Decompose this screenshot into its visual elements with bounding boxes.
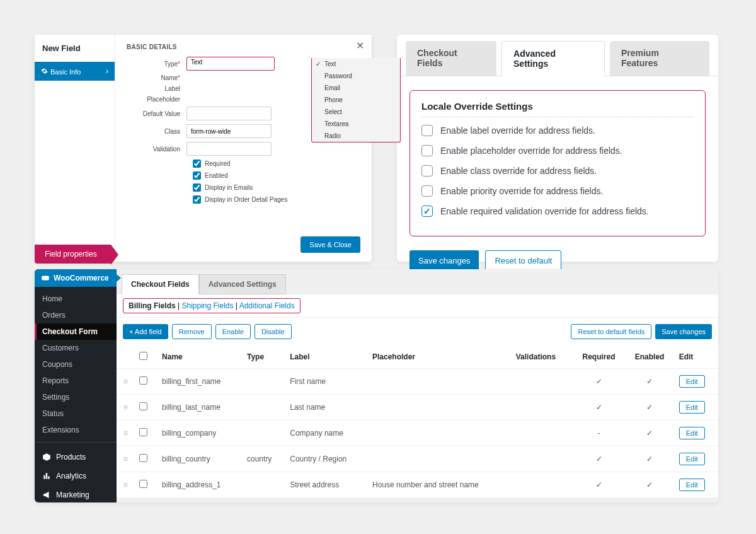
drag-handle-icon[interactable]: ≡: [117, 421, 134, 446]
dialog-body: ✕ BASIC DETAILS Type*Text Name* Label Pl…: [115, 35, 372, 262]
option-label: Enable placeholder override for address …: [440, 146, 622, 156]
woocommerce-icon: [41, 274, 50, 282]
type-option[interactable]: Text: [312, 58, 400, 70]
checkbox-input[interactable]: [193, 183, 201, 192]
row-checkbox[interactable]: [139, 480, 147, 488]
edit-button[interactable]: Edit: [679, 427, 705, 439]
column-header: Label: [285, 345, 367, 369]
sidebar-item[interactable]: Reports: [35, 373, 117, 389]
cell-required: ✓: [573, 395, 626, 421]
column-header: Type: [242, 345, 285, 369]
drag-handle-icon[interactable]: ≡: [117, 472, 134, 498]
checkbox-input[interactable]: [193, 195, 201, 204]
option-checkbox[interactable]: Display in Order Detail Pages: [193, 195, 360, 204]
sub-tab[interactable]: Additional Fields: [239, 301, 295, 310]
checkbox[interactable]: [421, 165, 433, 177]
cell-placeholder: [367, 421, 511, 446]
sub-tab[interactable]: Shipping Fields: [181, 301, 233, 310]
type-option[interactable]: Radio: [312, 130, 400, 142]
sidebar-item[interactable]: Settings: [35, 389, 117, 405]
cell-placeholder: [367, 446, 511, 472]
drag-handle-icon[interactable]: ≡: [117, 369, 134, 395]
settings-tabs: Checkout FieldsAdvanced SettingsPremium …: [397, 35, 718, 76]
sidebar-item[interactable]: Home: [35, 291, 117, 307]
sidebar-item-basic-info[interactable]: Basic Info ›: [35, 62, 115, 81]
type-option[interactable]: Email: [312, 82, 400, 94]
row-checkbox[interactable]: [139, 402, 147, 410]
cell-name: billing_address_1: [157, 472, 242, 498]
validation-input[interactable]: [186, 142, 272, 156]
settings-tab[interactable]: Advanced Settings: [501, 41, 605, 76]
edit-button[interactable]: Edit: [679, 375, 705, 388]
checkout-fields-panel: WooCommerce HomeOrdersCheckout FormCusto…: [35, 269, 718, 502]
row-checkbox[interactable]: [139, 454, 147, 462]
settings-tab[interactable]: Checkout Fields: [406, 41, 496, 76]
sidebar-item[interactable]: Customers: [35, 340, 117, 356]
disable-button[interactable]: Disable: [255, 324, 292, 339]
settings-tab[interactable]: Premium Features: [610, 41, 709, 76]
table-row: ≡billing_first_nameFirst name✓✓Edit: [117, 369, 718, 395]
sidebar-item[interactable]: Coupons: [35, 356, 117, 373]
reset-fields-button[interactable]: Reset to default fields: [571, 324, 651, 339]
checkbox[interactable]: [421, 125, 433, 136]
sidebar-item[interactable]: Checkout Form: [35, 323, 117, 340]
type-option[interactable]: Password: [312, 70, 400, 82]
cell-label: Company name: [285, 421, 367, 446]
cell-label: Last name: [285, 395, 367, 421]
fieldset-legend: Locale Override Settings: [421, 101, 694, 112]
type-select[interactable]: Text: [186, 57, 275, 71]
reset-default-button[interactable]: Reset to default: [485, 250, 561, 271]
sidebar-item[interactable]: Orders: [35, 307, 117, 323]
sidebar-item[interactable]: Analytics: [35, 467, 117, 485]
option-checkbox[interactable]: Required: [193, 160, 360, 168]
sidebar-item[interactable]: Extensions: [35, 422, 117, 438]
enable-button[interactable]: Enable: [215, 324, 251, 339]
cell-label: Street address: [285, 472, 367, 498]
drag-handle-icon[interactable]: ≡: [117, 395, 134, 421]
row-checkbox[interactable]: [139, 428, 147, 436]
row-checkbox[interactable]: [139, 376, 147, 385]
main-tab[interactable]: Checkout Fields: [122, 274, 199, 294]
remove-button[interactable]: Remove: [172, 324, 212, 339]
cell-placeholder: House number and street name: [367, 472, 511, 498]
option-label: Enable class override for address fields…: [440, 166, 597, 176]
class-input[interactable]: [186, 124, 272, 138]
option-checkbox[interactable]: Display in Emails: [193, 183, 360, 192]
type-option[interactable]: Textarea: [312, 118, 400, 130]
close-icon[interactable]: ✕: [356, 40, 364, 52]
cell-type: [242, 472, 285, 498]
sub-tab[interactable]: Billing Fields: [129, 301, 176, 310]
checkbox[interactable]: [421, 145, 433, 156]
checkbox[interactable]: [421, 206, 433, 217]
edit-button[interactable]: Edit: [679, 479, 705, 491]
checkbox-input[interactable]: [193, 171, 201, 180]
add-field-button[interactable]: + Add field: [123, 324, 168, 339]
save-changes-button[interactable]: Save changes: [655, 324, 712, 339]
cell-placeholder: [367, 395, 511, 421]
woocommerce-brand[interactable]: WooCommerce: [35, 269, 117, 287]
type-option[interactable]: Phone: [312, 94, 400, 106]
products-icon: [42, 453, 51, 461]
edit-button[interactable]: Edit: [679, 401, 705, 414]
save-close-button[interactable]: Save & Close: [301, 236, 360, 253]
sidebar-item[interactable]: Products: [35, 448, 117, 467]
type-option[interactable]: Select: [312, 106, 400, 118]
wp-sidebar: WooCommerce HomeOrdersCheckout FormCusto…: [35, 269, 117, 502]
select-all-checkbox[interactable]: [139, 352, 147, 360]
sidebar-item[interactable]: Marketing: [35, 485, 117, 502]
cell-type: [242, 395, 285, 421]
main-tab[interactable]: Advanced Settings: [199, 274, 286, 294]
dialog-title: New Field: [35, 35, 115, 62]
column-header: Validations: [511, 345, 573, 369]
checkbox[interactable]: [421, 185, 433, 197]
option-checkbox[interactable]: Enabled: [193, 171, 360, 180]
sidebar-item[interactable]: Status: [35, 405, 117, 422]
default-value-input[interactable]: [186, 107, 272, 120]
edit-button[interactable]: Edit: [679, 453, 705, 465]
table-row: ≡billing_companyCompany name-✓Edit: [117, 421, 718, 446]
override-option: Enable placeholder override for address …: [421, 145, 694, 156]
save-changes-button[interactable]: Save changes: [410, 250, 479, 271]
fields-table: NameTypeLabelPlaceholderValidationsRequi…: [117, 345, 718, 498]
checkbox-input[interactable]: [193, 160, 201, 168]
drag-handle-icon[interactable]: ≡: [117, 446, 134, 472]
